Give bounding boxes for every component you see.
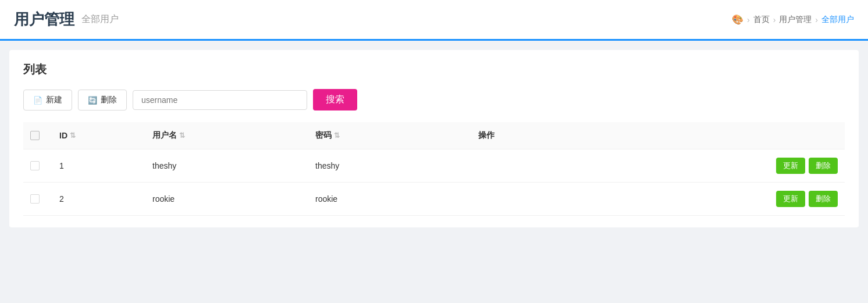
password-sort-icon[interactable]: ⇅ <box>334 132 340 139</box>
delete-label: 删除 <box>101 95 117 105</box>
section-title: 列表 <box>23 62 845 77</box>
header-id-col: ID ⇅ <box>52 122 145 149</box>
row-id: 2 <box>52 183 145 216</box>
breadcrumb-user-mgmt[interactable]: 用户管理 <box>779 15 812 25</box>
table-header-row: ID ⇅ 用户名 ⇅ 密码 ⇅ 操作 <box>23 122 845 149</box>
refresh-icon <box>88 95 97 105</box>
row-username: rookie <box>145 183 308 216</box>
row-action-cell: 更新 删除 <box>471 149 845 183</box>
table-row: 1 theshy theshy 更新 删除 <box>23 149 845 183</box>
row-delete-button[interactable]: 删除 <box>809 158 838 174</box>
toolbar: 新建 删除 搜索 <box>23 89 845 110</box>
row-password: theshy <box>308 149 471 183</box>
page-subtitle: 全部用户 <box>81 13 119 26</box>
new-icon <box>33 95 42 105</box>
page-header: 用户管理 全部用户 🎨 › 首页 › 用户管理 › 全部用户 <box>0 0 868 41</box>
breadcrumb: 🎨 › 首页 › 用户管理 › 全部用户 <box>732 14 854 25</box>
id-sort-icon[interactable]: ⇅ <box>70 132 76 139</box>
palette-icon: 🎨 <box>732 14 744 25</box>
header-left: 用户管理 全部用户 <box>14 9 119 30</box>
row-action-cell: 更新 删除 <box>471 183 845 216</box>
header-username-col: 用户名 ⇅ <box>145 122 308 149</box>
main-content: 列表 新建 删除 搜索 ID ⇅ <box>9 50 859 227</box>
row-id: 1 <box>52 149 145 183</box>
update-button[interactable]: 更新 <box>776 191 805 207</box>
update-button[interactable]: 更新 <box>776 158 805 174</box>
search-input[interactable] <box>133 90 307 110</box>
row-delete-button[interactable]: 删除 <box>809 191 838 207</box>
page-title: 用户管理 <box>14 9 74 30</box>
header-action-col: 操作 <box>471 122 845 149</box>
batch-delete-button[interactable]: 删除 <box>78 90 127 110</box>
row-checkbox[interactable] <box>30 194 40 204</box>
row-username: theshy <box>145 149 308 183</box>
row-checkbox-cell <box>23 149 52 183</box>
table-row: 2 rookie rookie 更新 删除 <box>23 183 845 216</box>
new-label: 新建 <box>46 95 62 105</box>
username-sort-icon[interactable]: ⇅ <box>179 132 185 139</box>
select-all-checkbox[interactable] <box>30 131 40 140</box>
header-checkbox-col <box>23 122 52 149</box>
header-password-col: 密码 ⇅ <box>308 122 471 149</box>
row-checkbox[interactable] <box>30 161 40 170</box>
breadcrumb-all-users: 全部用户 <box>821 15 854 25</box>
row-checkbox-cell <box>23 183 52 216</box>
row-password: rookie <box>308 183 471 216</box>
user-table: ID ⇅ 用户名 ⇅ 密码 ⇅ 操作 <box>23 122 845 216</box>
search-button[interactable]: 搜索 <box>313 89 357 110</box>
new-button[interactable]: 新建 <box>23 90 72 110</box>
search-button-label: 搜索 <box>326 94 344 104</box>
breadcrumb-home[interactable]: 首页 <box>753 15 770 25</box>
